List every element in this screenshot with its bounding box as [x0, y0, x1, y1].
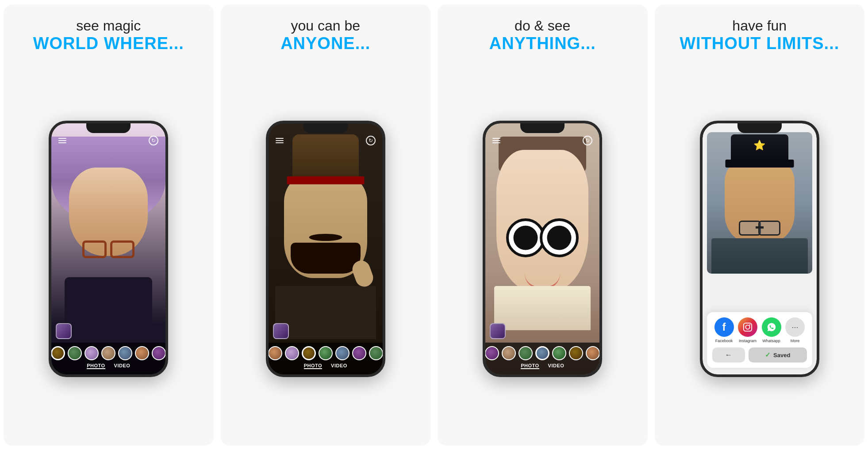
- video-tab-3[interactable]: VIDEO: [548, 363, 565, 369]
- video-tab-1[interactable]: VIDEO: [114, 363, 131, 369]
- photo-tab-2[interactable]: PHOTO: [304, 363, 322, 369]
- police-hat-brim-4: [725, 160, 794, 168]
- avatar-2-4[interactable]: [319, 346, 333, 360]
- panel-2-subtitle: you can be: [280, 18, 370, 34]
- facebook-label: Facebook: [715, 339, 733, 343]
- screen-1-bottom: PHOTO VIDEO: [51, 343, 165, 374]
- thumbnail-2[interactable]: [273, 323, 289, 339]
- screen-2-controls: [269, 136, 383, 145]
- eye-left-3: [506, 218, 545, 257]
- screen-2-content: PHOTO VIDEO: [269, 123, 383, 374]
- photo-tab-1[interactable]: PHOTO: [87, 363, 105, 369]
- menu-icon-3[interactable]: [492, 138, 500, 143]
- svg-rect-0: [744, 323, 752, 331]
- police-photo-frame: ⭐: [707, 132, 812, 274]
- phone-1-notch: [86, 123, 131, 133]
- avatar-3-1[interactable]: [485, 346, 499, 360]
- face-1: [69, 168, 148, 256]
- whatsapp-label: Whatsapp: [762, 339, 780, 343]
- panel-2: you can be ANYONE...: [221, 4, 431, 446]
- whatsapp-icon[interactable]: [762, 317, 781, 337]
- instagram-label: Instagram: [739, 339, 757, 343]
- panel-3-subtitle: do & see: [489, 18, 596, 34]
- video-tab-2[interactable]: VIDEO: [331, 363, 347, 369]
- avatar-3-6[interactable]: [569, 346, 583, 360]
- facebook-icon[interactable]: f: [714, 317, 734, 337]
- avatar-row-1: [51, 346, 165, 360]
- glasses-left-1: [82, 240, 107, 258]
- screen-3-bottom: PHOTO VIDEO: [485, 343, 599, 374]
- police-badge-star: ⭐: [753, 140, 765, 151]
- camera-flip-icon-1[interactable]: [149, 136, 158, 145]
- panel-4: have fun WITHOUT LIMITS... ⭐: [655, 4, 865, 446]
- panel-2-title: you can be ANYONE...: [280, 18, 370, 53]
- avatar-3-2[interactable]: [502, 346, 516, 360]
- phone-4-notch: [737, 123, 782, 133]
- avatar-3-4[interactable]: [535, 346, 549, 360]
- thumbnail-1[interactable]: [56, 323, 72, 339]
- panel-1-subtitle: see magic: [33, 18, 184, 34]
- panel-3: do & see ANYTHING...: [438, 4, 648, 446]
- share-app-instagram[interactable]: Instagram: [738, 317, 757, 343]
- panel-1-phone-wrap: PHOTO VIDEO: [12, 61, 205, 437]
- phone-4-screen: ⭐: [703, 123, 817, 374]
- share-app-whatsapp[interactable]: Whatsapp: [762, 317, 781, 343]
- share-apps-row: f Facebook: [712, 317, 807, 343]
- panel-4-subtitle: have fun: [680, 18, 839, 34]
- svg-point-2: [749, 324, 751, 326]
- instagram-icon[interactable]: [738, 317, 757, 337]
- back-button[interactable]: ←: [712, 347, 745, 362]
- avatar-3-3[interactable]: [518, 346, 533, 360]
- face-3: [496, 150, 588, 291]
- more-icon[interactable]: ···: [785, 317, 805, 337]
- avatar-1-2[interactable]: [68, 346, 82, 360]
- police-body-4: [711, 238, 808, 274]
- avatar-3-5[interactable]: [552, 346, 566, 360]
- share-app-facebook[interactable]: f Facebook: [714, 317, 734, 343]
- thumbnail-3[interactable]: [490, 323, 506, 339]
- avatar-1-1[interactable]: [51, 346, 65, 360]
- avatar-1-3[interactable]: [84, 346, 99, 360]
- pirate-mustache-2: [309, 234, 342, 241]
- svg-point-1: [745, 325, 749, 329]
- avatar-2-6[interactable]: [352, 346, 366, 360]
- check-icon: ✓: [765, 351, 771, 359]
- phone-2: PHOTO VIDEO: [266, 121, 385, 377]
- photo-tab-3[interactable]: PHOTO: [521, 363, 539, 369]
- panel-2-phone-wrap: PHOTO VIDEO: [230, 61, 422, 437]
- avatar-1-5[interactable]: [118, 346, 132, 360]
- mode-tabs-3: PHOTO VIDEO: [485, 363, 599, 369]
- avatar-2-7[interactable]: [369, 346, 383, 360]
- pirate-body-2: [275, 286, 376, 339]
- panel-3-heading: ANYTHING...: [489, 34, 596, 53]
- avatar-1-4[interactable]: [101, 346, 115, 360]
- panel-3-title: do & see ANYTHING...: [489, 18, 596, 53]
- phone-1: PHOTO VIDEO: [49, 121, 168, 377]
- back-arrow-icon: ←: [725, 351, 732, 359]
- menu-icon-2[interactable]: [276, 138, 284, 143]
- screen-2-bottom: PHOTO VIDEO: [269, 343, 383, 374]
- avatar-2-5[interactable]: [335, 346, 350, 360]
- avatar-1-7[interactable]: [152, 346, 165, 360]
- avatar-2-3[interactable]: [302, 346, 316, 360]
- camera-flip-icon-3[interactable]: [583, 136, 592, 145]
- panel-1: see magic WORLD WHERE...: [4, 4, 214, 446]
- share-app-more[interactable]: ··· More: [785, 317, 805, 343]
- eye-right-3: [540, 218, 579, 257]
- camera-flip-icon-2[interactable]: [366, 136, 376, 145]
- phone-3-screen: PHOTO VIDEO: [485, 123, 599, 374]
- police-face-4: [725, 161, 795, 243]
- police-glasses-bridge-4: [756, 226, 764, 229]
- pirate-beard-2: [291, 243, 361, 274]
- more-label: More: [791, 339, 800, 343]
- avatar-2-1[interactable]: [269, 346, 282, 360]
- police-hat-4: ⭐: [731, 134, 788, 163]
- menu-icon-1[interactable]: [58, 138, 66, 143]
- phone-3-notch: [520, 123, 565, 133]
- avatar-2-2[interactable]: [285, 346, 299, 360]
- saved-button[interactable]: ✓ Saved: [749, 347, 807, 362]
- avatar-row-3: [485, 346, 599, 360]
- avatar-1-6[interactable]: [135, 346, 149, 360]
- avatar-3-7[interactable]: [586, 346, 599, 360]
- saved-label: Saved: [773, 352, 790, 358]
